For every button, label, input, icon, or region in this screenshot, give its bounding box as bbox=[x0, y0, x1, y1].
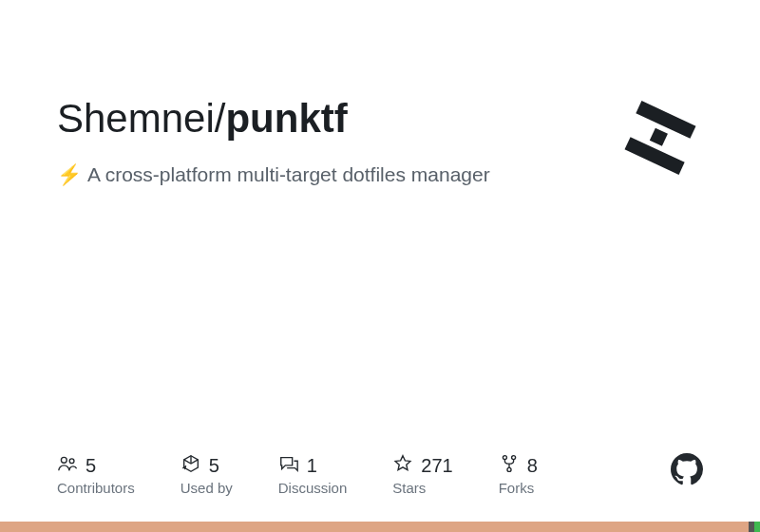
svg-rect-0 bbox=[636, 101, 695, 139]
usedby-count: 5 bbox=[209, 455, 219, 477]
people-icon bbox=[57, 453, 78, 478]
svg-rect-2 bbox=[624, 137, 684, 175]
repo-description: ⚡ A cross-platform multi-target dotfiles… bbox=[57, 163, 598, 186]
comment-discussion-icon bbox=[278, 453, 299, 478]
stat-discussion[interactable]: 1 Discussion bbox=[278, 453, 348, 496]
repo-title: Shemnei/punktf bbox=[57, 95, 598, 142]
fork-icon bbox=[499, 453, 520, 478]
discussion-label: Discussion bbox=[278, 480, 348, 496]
svg-point-3 bbox=[61, 457, 66, 463]
star-icon bbox=[392, 453, 413, 478]
svg-point-7 bbox=[507, 467, 511, 471]
language-segment bbox=[754, 522, 760, 532]
stat-usedby[interactable]: 5 Used by bbox=[180, 453, 233, 496]
description-text: A cross-platform multi-target dotfiles m… bbox=[87, 163, 490, 186]
svg-point-6 bbox=[511, 456, 515, 460]
forks-count: 8 bbox=[527, 455, 538, 477]
usedby-label: Used by bbox=[180, 480, 233, 496]
svg-point-5 bbox=[503, 456, 506, 460]
lightning-icon: ⚡ bbox=[57, 163, 82, 186]
github-logo-icon[interactable] bbox=[671, 453, 703, 485]
stats-row: 5 Contributors 5 Used by 1 Discussion 27… bbox=[57, 453, 703, 496]
svg-rect-1 bbox=[650, 128, 668, 146]
repo-owner[interactable]: Shemnei bbox=[57, 96, 215, 141]
stat-forks[interactable]: 8 Forks bbox=[499, 453, 538, 496]
language-segment bbox=[0, 522, 749, 532]
stat-contributors[interactable]: 5 Contributors bbox=[57, 453, 135, 496]
repo-name[interactable]: punktf bbox=[225, 96, 347, 141]
language-bar bbox=[0, 522, 760, 532]
contributors-label: Contributors bbox=[57, 480, 135, 496]
stat-stars[interactable]: 271 Stars bbox=[392, 453, 452, 496]
discussion-count: 1 bbox=[307, 455, 317, 477]
package-dependents-icon bbox=[180, 453, 201, 478]
stars-label: Stars bbox=[392, 480, 452, 496]
project-logo bbox=[618, 95, 703, 180]
repo-slash: / bbox=[215, 96, 226, 141]
stars-count: 271 bbox=[421, 455, 452, 477]
forks-label: Forks bbox=[499, 480, 538, 496]
svg-point-4 bbox=[69, 459, 74, 464]
contributors-count: 5 bbox=[86, 455, 96, 477]
